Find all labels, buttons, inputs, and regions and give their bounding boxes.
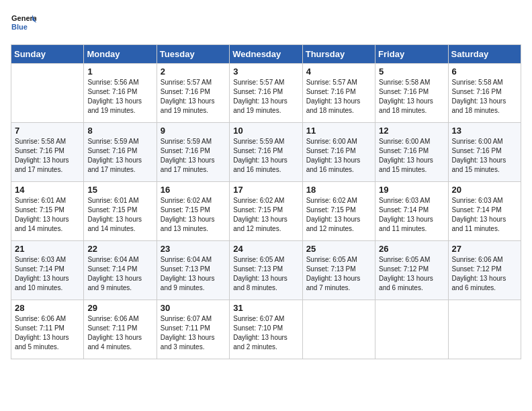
calendar-header-row: SundayMondayTuesdayWednesdayThursdayFrid…: [11, 45, 521, 64]
calendar-cell: 21Sunrise: 6:03 AMSunset: 7:14 PMDayligh…: [11, 241, 84, 300]
day-number: 6: [452, 66, 517, 77]
week-row-4: 21Sunrise: 6:03 AMSunset: 7:14 PMDayligh…: [11, 241, 521, 300]
day-number: 14: [15, 185, 80, 195]
day-detail: Sunrise: 6:05 AMSunset: 7:12 PMDaylight:…: [379, 255, 444, 293]
day-detail: Sunrise: 5:58 AMSunset: 7:16 PMDaylight:…: [15, 137, 80, 175]
calendar-cell: 11Sunrise: 6:00 AMSunset: 7:16 PMDayligh…: [302, 123, 375, 182]
day-detail: Sunrise: 6:07 AMSunset: 7:11 PMDaylight:…: [161, 314, 226, 352]
day-detail: Sunrise: 6:00 AMSunset: 7:16 PMDaylight:…: [379, 137, 444, 175]
calendar-cell: 27Sunrise: 6:06 AMSunset: 7:12 PMDayligh…: [448, 241, 521, 300]
day-number: 12: [379, 126, 444, 136]
day-number: 4: [306, 66, 371, 77]
day-number: 13: [452, 126, 517, 136]
day-detail: Sunrise: 5:59 AMSunset: 7:16 PMDaylight:…: [161, 137, 226, 175]
day-number: 28: [15, 303, 80, 313]
day-detail: Sunrise: 6:07 AMSunset: 7:10 PMDaylight:…: [233, 314, 298, 352]
calendar-cell: 4Sunrise: 5:57 AMSunset: 7:16 PMDaylight…: [302, 64, 375, 123]
day-detail: Sunrise: 6:02 AMSunset: 7:15 PMDaylight:…: [233, 196, 298, 234]
day-number: 20: [452, 185, 517, 195]
calendar-cell: 24Sunrise: 6:05 AMSunset: 7:13 PMDayligh…: [230, 241, 302, 300]
calendar-cell: 30Sunrise: 6:07 AMSunset: 7:11 PMDayligh…: [157, 300, 229, 359]
day-detail: Sunrise: 6:03 AMSunset: 7:14 PMDaylight:…: [452, 196, 517, 234]
day-detail: Sunrise: 6:05 AMSunset: 7:13 PMDaylight:…: [306, 255, 371, 293]
header-saturday: Saturday: [448, 45, 521, 64]
day-detail: Sunrise: 6:04 AMSunset: 7:14 PMDaylight:…: [87, 255, 152, 293]
day-number: 24: [233, 244, 298, 254]
day-detail: Sunrise: 5:57 AMSunset: 7:16 PMDaylight:…: [233, 78, 298, 116]
day-detail: Sunrise: 6:01 AMSunset: 7:15 PMDaylight:…: [87, 196, 152, 234]
day-detail: Sunrise: 6:01 AMSunset: 7:15 PMDaylight:…: [15, 196, 80, 234]
day-number: 10: [233, 126, 298, 136]
day-detail: Sunrise: 6:00 AMSunset: 7:16 PMDaylight:…: [452, 137, 517, 175]
header-tuesday: Tuesday: [157, 45, 229, 64]
calendar-cell: 28Sunrise: 6:06 AMSunset: 7:11 PMDayligh…: [11, 300, 84, 359]
calendar-cell: 2Sunrise: 5:57 AMSunset: 7:16 PMDaylight…: [157, 64, 229, 123]
week-row-2: 7Sunrise: 5:58 AMSunset: 7:16 PMDaylight…: [11, 123, 521, 182]
calendar-table: SundayMondayTuesdayWednesdayThursdayFrid…: [11, 44, 521, 359]
calendar-cell: 31Sunrise: 6:07 AMSunset: 7:10 PMDayligh…: [230, 300, 302, 359]
day-number: 5: [379, 66, 444, 77]
day-number: 15: [87, 185, 152, 195]
calendar-cell: 29Sunrise: 6:06 AMSunset: 7:11 PMDayligh…: [84, 300, 157, 359]
calendar-cell: 1Sunrise: 5:56 AMSunset: 7:16 PMDaylight…: [84, 64, 157, 123]
calendar-cell: 12Sunrise: 6:00 AMSunset: 7:16 PMDayligh…: [375, 123, 448, 182]
calendar-cell: 26Sunrise: 6:05 AMSunset: 7:12 PMDayligh…: [375, 241, 448, 300]
day-number: 11: [306, 126, 371, 136]
day-detail: Sunrise: 5:57 AMSunset: 7:16 PMDaylight:…: [306, 78, 371, 116]
day-detail: Sunrise: 5:59 AMSunset: 7:16 PMDaylight:…: [233, 137, 298, 175]
day-number: 8: [87, 126, 152, 136]
day-detail: Sunrise: 6:06 AMSunset: 7:12 PMDaylight:…: [452, 255, 517, 293]
day-number: 17: [233, 185, 298, 195]
calendar-cell: 13Sunrise: 6:00 AMSunset: 7:16 PMDayligh…: [448, 123, 521, 182]
calendar-cell: 19Sunrise: 6:03 AMSunset: 7:14 PMDayligh…: [375, 182, 448, 241]
day-number: 22: [87, 244, 152, 254]
header-wednesday: Wednesday: [230, 45, 302, 64]
day-number: 2: [161, 66, 226, 77]
day-detail: Sunrise: 6:02 AMSunset: 7:15 PMDaylight:…: [161, 196, 226, 234]
calendar-cell: 15Sunrise: 6:01 AMSunset: 7:15 PMDayligh…: [84, 182, 157, 241]
day-number: 9: [161, 126, 226, 136]
svg-text:Blue: Blue: [11, 23, 28, 31]
calendar-cell: 5Sunrise: 5:58 AMSunset: 7:16 PMDaylight…: [375, 64, 448, 123]
calendar-cell: 18Sunrise: 6:02 AMSunset: 7:15 PMDayligh…: [302, 182, 375, 241]
header-monday: Monday: [84, 45, 157, 64]
day-detail: Sunrise: 6:05 AMSunset: 7:13 PMDaylight:…: [233, 255, 298, 293]
day-detail: Sunrise: 6:00 AMSunset: 7:16 PMDaylight:…: [306, 137, 371, 175]
calendar-cell: 20Sunrise: 6:03 AMSunset: 7:14 PMDayligh…: [448, 182, 521, 241]
day-number: 29: [87, 303, 152, 313]
logo: General Blue: [11, 11, 36, 36]
header-sunday: Sunday: [11, 45, 84, 64]
day-number: 21: [15, 244, 80, 254]
header-thursday: Thursday: [302, 45, 375, 64]
day-detail: Sunrise: 5:57 AMSunset: 7:16 PMDaylight:…: [161, 78, 226, 116]
day-number: 26: [379, 244, 444, 254]
day-number: 7: [15, 126, 80, 136]
calendar-cell: [11, 64, 84, 123]
day-number: 16: [161, 185, 226, 195]
day-detail: Sunrise: 6:03 AMSunset: 7:14 PMDaylight:…: [379, 196, 444, 234]
day-number: 25: [306, 244, 371, 254]
day-detail: Sunrise: 6:04 AMSunset: 7:13 PMDaylight:…: [161, 255, 226, 293]
day-detail: Sunrise: 5:58 AMSunset: 7:16 PMDaylight:…: [452, 78, 517, 116]
calendar-cell: [375, 300, 448, 359]
day-detail: Sunrise: 6:06 AMSunset: 7:11 PMDaylight:…: [15, 314, 80, 352]
calendar-cell: 23Sunrise: 6:04 AMSunset: 7:13 PMDayligh…: [157, 241, 229, 300]
calendar-cell: 6Sunrise: 5:58 AMSunset: 7:16 PMDaylight…: [448, 64, 521, 123]
day-number: 19: [379, 185, 444, 195]
day-number: 30: [161, 303, 226, 313]
calendar-cell: 3Sunrise: 5:57 AMSunset: 7:16 PMDaylight…: [230, 64, 302, 123]
day-number: 27: [452, 244, 517, 254]
day-detail: Sunrise: 6:02 AMSunset: 7:15 PMDaylight:…: [306, 196, 371, 234]
week-row-1: 1Sunrise: 5:56 AMSunset: 7:16 PMDaylight…: [11, 64, 521, 123]
day-number: 18: [306, 185, 371, 195]
day-number: 23: [161, 244, 226, 254]
day-detail: Sunrise: 5:56 AMSunset: 7:16 PMDaylight:…: [87, 78, 152, 116]
calendar-cell: 16Sunrise: 6:02 AMSunset: 7:15 PMDayligh…: [157, 182, 229, 241]
day-number: 3: [233, 66, 298, 77]
day-number: 1: [87, 66, 152, 77]
header-friday: Friday: [375, 45, 448, 64]
calendar-cell: 10Sunrise: 5:59 AMSunset: 7:16 PMDayligh…: [230, 123, 302, 182]
day-detail: Sunrise: 5:59 AMSunset: 7:16 PMDaylight:…: [87, 137, 152, 175]
page-header: General Blue: [11, 11, 521, 36]
calendar-cell: 17Sunrise: 6:02 AMSunset: 7:15 PMDayligh…: [230, 182, 302, 241]
